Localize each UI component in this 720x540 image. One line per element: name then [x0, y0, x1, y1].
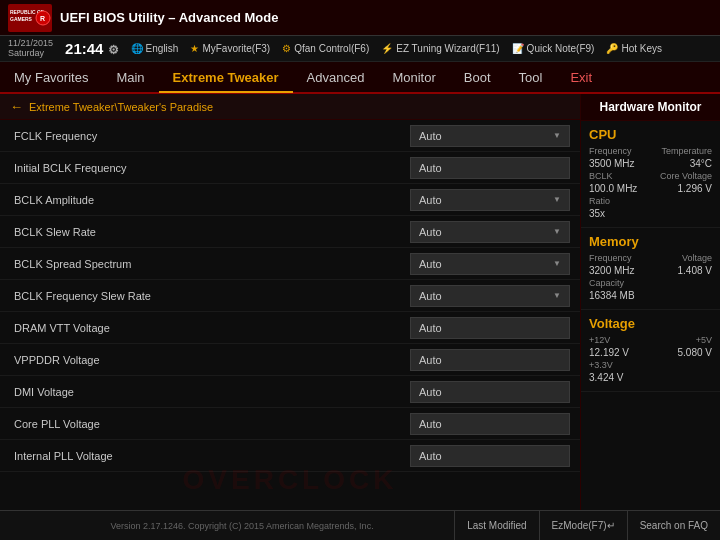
nav-bar: My Favorites Main Extreme Tweaker Advanc…: [0, 62, 720, 94]
setting-value-bclk-spread[interactable]: Auto: [410, 253, 570, 275]
nav-tool[interactable]: Tool: [505, 62, 557, 92]
hw-bclk-value: 100.0 MHz: [589, 183, 637, 194]
setting-row-fclk[interactable]: FCLK Frequency Auto: [0, 120, 580, 152]
time-display: 21:44 ⚙: [65, 40, 119, 57]
nav-extreme-tweaker[interactable]: Extreme Tweaker: [159, 63, 293, 93]
hw-cpu-row-4: Ratio: [589, 196, 712, 206]
setting-label-bclk-slew-rate: BCLK Slew Rate: [14, 226, 410, 238]
hw-mem-volt-value: 1.408 V: [678, 265, 712, 276]
nav-my-favorites[interactable]: My Favorites: [0, 62, 102, 92]
nav-main[interactable]: Main: [102, 62, 158, 92]
status-hotkeys[interactable]: 🔑 Hot Keys: [606, 43, 662, 54]
setting-label-bclk-spread: BCLK Spread Spectrum: [14, 258, 410, 270]
setting-label-core-pll: Core PLL Voltage: [14, 418, 410, 430]
status-language[interactable]: 🌐 English: [131, 43, 179, 54]
last-modified-button[interactable]: Last Modified: [454, 511, 538, 541]
left-panel: ← Extreme Tweaker\Tweaker's Paradise FCL…: [0, 94, 580, 510]
setting-row-dmi-voltage[interactable]: DMI Voltage Auto: [0, 376, 580, 408]
hw-cpu-freq-label: Frequency: [589, 146, 632, 156]
hw-voltage-section: Voltage +12V +5V 12.192 V 5.080 V +3.3V …: [581, 310, 720, 392]
hw-cpu-row-2: BCLK Core Voltage: [589, 171, 712, 181]
hardware-monitor-panel: Hardware Monitor CPU Frequency Temperatu…: [580, 94, 720, 510]
breadcrumb: ← Extreme Tweaker\Tweaker's Paradise: [0, 94, 580, 120]
hw-capacity-label: Capacity: [589, 278, 624, 288]
status-quicknote[interactable]: 📝 Quick Note(F9): [512, 43, 595, 54]
footer-buttons: Last Modified EzMode(F7)↵ Search on FAQ: [454, 511, 720, 541]
setting-label-fclk: FCLK Frequency: [14, 130, 410, 142]
hw-cpu-row-1: 3500 MHz 34°C: [589, 158, 712, 169]
hw-volt-row-2: +3.3V: [589, 360, 712, 370]
hw-voltage-title: Voltage: [589, 316, 712, 331]
status-myfavorite[interactable]: ★ MyFavorite(F3): [190, 43, 270, 54]
hw-cpu-section: CPU Frequency Temperature 3500 MHz 34°C …: [581, 121, 720, 228]
setting-label-bclk-amplitude: BCLK Amplitude: [14, 194, 410, 206]
brand-logo: REPUBLIC OF GAMERS R: [8, 4, 52, 32]
setting-row-bclk-amplitude[interactable]: BCLK Amplitude Auto: [0, 184, 580, 216]
hw-cpu-temp-value: 34°C: [690, 158, 712, 169]
hw-memory-title: Memory: [589, 234, 712, 249]
hw-cpu-freq-value: 3500 MHz: [589, 158, 635, 169]
hw-mem-freq-value: 3200 MHz: [589, 265, 635, 276]
back-arrow-icon[interactable]: ←: [10, 99, 23, 114]
hw-12v-label: +12V: [589, 335, 610, 345]
hw-monitor-title: Hardware Monitor: [581, 94, 720, 121]
hw-ratio-value: 35x: [589, 208, 605, 219]
hw-bclk-label: BCLK: [589, 171, 613, 181]
setting-value-core-pll[interactable]: Auto: [410, 413, 570, 435]
main-content: ← Extreme Tweaker\Tweaker's Paradise FCL…: [0, 94, 720, 510]
hw-mem-row-0: Frequency Voltage: [589, 253, 712, 263]
setting-value-initial-bclk[interactable]: Auto: [410, 157, 570, 179]
footer-copyright: Version 2.17.1246. Copyright (C) 2015 Am…: [30, 521, 454, 531]
setting-label-initial-bclk: Initial BCLK Frequency: [14, 162, 410, 174]
search-faq-button[interactable]: Search on FAQ: [627, 511, 720, 541]
settings-list: FCLK Frequency Auto Initial BCLK Frequen…: [0, 120, 580, 472]
nav-boot[interactable]: Boot: [450, 62, 505, 92]
hw-volt-row-0: +12V +5V: [589, 335, 712, 345]
hw-mem-row-1: 3200 MHz 1.408 V: [589, 265, 712, 276]
setting-row-bclk-slew-rate[interactable]: BCLK Slew Rate Auto: [0, 216, 580, 248]
hw-12v-value: 12.192 V: [589, 347, 629, 358]
setting-value-dmi-voltage[interactable]: Auto: [410, 381, 570, 403]
setting-value-bclk-slew-rate[interactable]: Auto: [410, 221, 570, 243]
header-bar: REPUBLIC OF GAMERS R UEFI BIOS Utility –…: [0, 0, 720, 36]
hw-memory-section: Memory Frequency Voltage 3200 MHz 1.408 …: [581, 228, 720, 310]
nav-advanced[interactable]: Advanced: [293, 62, 379, 92]
setting-row-bclk-spread[interactable]: BCLK Spread Spectrum Auto: [0, 248, 580, 280]
svg-text:R: R: [40, 15, 45, 22]
setting-value-bclk-amplitude[interactable]: Auto: [410, 189, 570, 211]
hw-33v-label: +3.3V: [589, 360, 613, 370]
setting-row-dram-vtt[interactable]: DRAM VTT Voltage Auto: [0, 312, 580, 344]
setting-value-fclk[interactable]: Auto: [410, 125, 570, 147]
ezmode-button[interactable]: EzMode(F7)↵: [539, 511, 627, 541]
setting-label-bclk-freq-slew: BCLK Frequency Slew Rate: [14, 290, 410, 302]
header-title: UEFI BIOS Utility – Advanced Mode: [60, 10, 278, 25]
hw-capacity-value: 16384 MB: [589, 290, 635, 301]
day-display: Saturday: [8, 49, 53, 59]
setting-value-internal-pll[interactable]: Auto: [410, 445, 570, 467]
hw-cpu-row-5: 35x: [589, 208, 712, 219]
setting-row-initial-bclk[interactable]: Initial BCLK Frequency Auto: [0, 152, 580, 184]
footer: Version 2.17.1246. Copyright (C) 2015 Am…: [0, 510, 720, 540]
hw-volt-row-3: 3.424 V: [589, 372, 712, 383]
setting-value-dram-vtt[interactable]: Auto: [410, 317, 570, 339]
hw-volt-row-1: 12.192 V 5.080 V: [589, 347, 712, 358]
nav-exit[interactable]: Exit: [556, 62, 606, 92]
status-eztuning[interactable]: ⚡ EZ Tuning Wizard(F11): [381, 43, 499, 54]
hw-cpu-row-0: Frequency Temperature: [589, 146, 712, 156]
setting-row-core-pll[interactable]: Core PLL Voltage Auto: [0, 408, 580, 440]
setting-row-internal-pll[interactable]: Internal PLL Voltage Auto: [0, 440, 580, 472]
setting-label-dmi-voltage: DMI Voltage: [14, 386, 410, 398]
setting-label-internal-pll: Internal PLL Voltage: [14, 450, 410, 462]
status-qfan[interactable]: ⚙ Qfan Control(F6): [282, 43, 369, 54]
hw-33v-value: 3.424 V: [589, 372, 623, 383]
setting-row-vppddr[interactable]: VPPDDR Voltage Auto: [0, 344, 580, 376]
svg-text:GAMERS: GAMERS: [10, 16, 33, 22]
hw-mem-freq-label: Frequency: [589, 253, 632, 263]
hw-mem-volt-label: Voltage: [682, 253, 712, 263]
hw-mem-row-2: Capacity: [589, 278, 712, 288]
setting-value-vppddr[interactable]: Auto: [410, 349, 570, 371]
hw-cpu-row-3: 100.0 MHz 1.296 V: [589, 183, 712, 194]
setting-value-bclk-freq-slew[interactable]: Auto: [410, 285, 570, 307]
setting-row-bclk-freq-slew[interactable]: BCLK Frequency Slew Rate Auto: [0, 280, 580, 312]
nav-monitor[interactable]: Monitor: [378, 62, 449, 92]
